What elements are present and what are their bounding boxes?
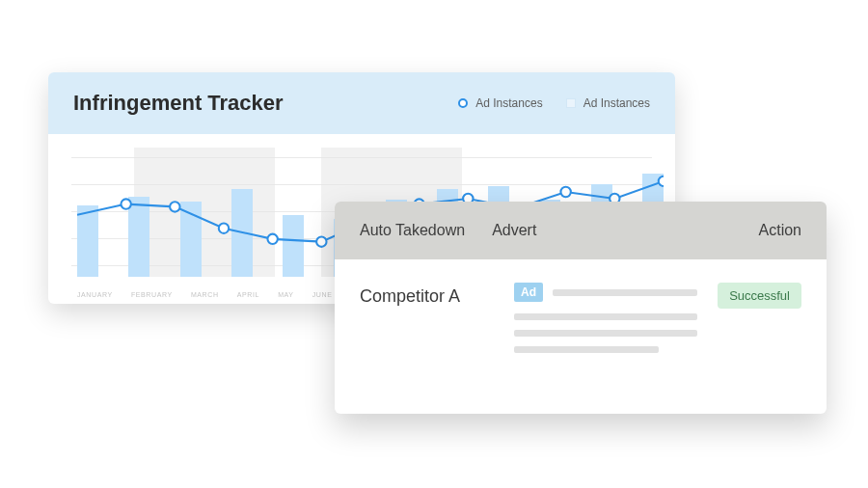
legend-line-item[interactable]: Ad Instances <box>458 96 542 110</box>
xaxis-label: MAY <box>278 291 293 298</box>
column-action: Action <box>759 222 801 239</box>
text-placeholder <box>514 346 659 353</box>
ad-badge: Ad <box>514 283 543 302</box>
line-point-icon <box>219 223 229 232</box>
legend-line-label: Ad Instances <box>475 96 542 110</box>
table-row: Competitor A Ad Successful <box>335 259 827 376</box>
xaxis-label: MARCH <box>191 291 219 298</box>
competitor-name: Competitor A <box>360 283 514 307</box>
xaxis-label: JANUARY <box>77 291 113 298</box>
column-auto-takedown: Auto Takedown <box>360 222 465 239</box>
xaxis-label: FEBRUARY <box>131 291 173 298</box>
line-point-icon <box>121 199 130 208</box>
tracker-header: Infringement Tracker Ad Instances Ad Ins… <box>48 72 675 134</box>
text-placeholder <box>514 313 697 320</box>
xaxis-label: APRIL <box>237 291 259 298</box>
legend-bar-label: Ad Instances <box>583 96 650 110</box>
line-point-icon <box>316 236 326 246</box>
column-advert: Advert <box>492 222 536 239</box>
line-point-icon <box>659 176 664 186</box>
takedown-header: Auto Takedown Advert Action <box>335 202 827 259</box>
circle-icon <box>458 98 468 108</box>
advert-preview: Ad <box>514 283 707 353</box>
xaxis-label: JUNE <box>312 291 333 298</box>
text-placeholder <box>553 289 697 296</box>
auto-takedown-card: Auto Takedown Advert Action Competitor A… <box>335 202 827 414</box>
square-icon <box>566 98 576 108</box>
text-placeholder <box>514 330 697 337</box>
tracker-legend: Ad Instances Ad Instances <box>458 96 650 110</box>
line-point-icon <box>560 187 570 197</box>
legend-bar-item[interactable]: Ad Instances <box>566 96 650 110</box>
tracker-title: Infringement Tracker <box>73 91 284 116</box>
line-point-icon <box>267 234 277 244</box>
line-point-icon <box>170 202 179 211</box>
status-badge[interactable]: Successful <box>718 283 801 309</box>
